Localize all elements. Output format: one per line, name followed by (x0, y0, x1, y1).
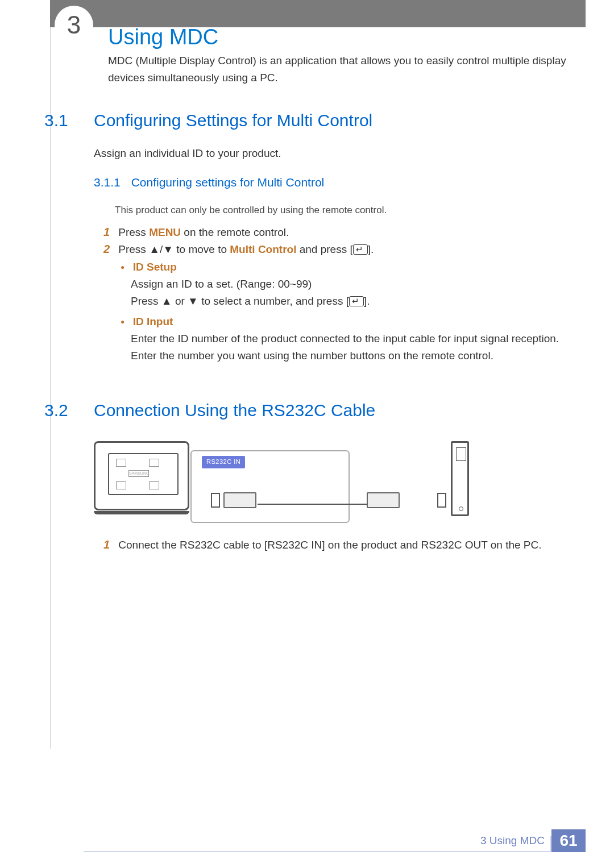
id-input-title: ID Input (133, 315, 173, 327)
footer-chapter-ref: 3 Using MDC (480, 833, 545, 849)
step-2-text-a: Press ▲/▼ to move to (118, 243, 230, 255)
cable-connector-left (223, 492, 256, 508)
chapter-title: Using MDC (108, 22, 218, 53)
step-1-text-a: Press (118, 226, 149, 238)
id-input-line-1: Enter the ID number of the product conne… (131, 331, 574, 347)
id-setup-line-2b: ]. (364, 295, 370, 307)
rs232c-in-label: RS232C IN (202, 456, 245, 468)
cable-connector-right (367, 492, 400, 508)
section-3-1-title: Configuring Settings for Multi Control (94, 108, 372, 133)
pc-icon (451, 441, 469, 516)
step-2-text-b: and press [ (296, 243, 352, 255)
enter-icon (353, 244, 368, 255)
id-input-line-2: Enter the number you want using the numb… (131, 348, 574, 364)
step-1-text-b: on the remote control. (181, 226, 289, 238)
rs232c-cable (258, 504, 367, 505)
section-3-2-title: Connection Using the RS232C Cable (94, 398, 375, 423)
rs232c-connection-diagram: SAMSUNG RS232C IN (94, 438, 469, 534)
id-setup-line-1: Assign an ID to a set. (Range: 00~99) (131, 276, 312, 292)
section-3-1-number: 3.1 (44, 108, 68, 133)
enter-icon (349, 296, 364, 306)
assign-id-text: Assign an individual ID to your product. (94, 146, 281, 161)
step-2-multi-control: Multi Control (230, 243, 296, 255)
section-3-2-number: 3.2 (44, 398, 68, 423)
step-2-text-c: ]. (368, 243, 374, 255)
chapter-number-circle: 3 (55, 6, 93, 44)
page-footer: 3 Using MDC 61 (50, 829, 586, 852)
subsection-3-1-1-number: 3.1.1 (94, 176, 121, 189)
step-1-menu: MENU (149, 226, 181, 238)
subsection-3-1-1-title: Configuring settings for Multi Control (131, 176, 325, 189)
sec32-step-1-text: Connect the RS232C cable to [RS232C IN] … (118, 539, 541, 551)
intro-text: MDC (Multiple Display Control) is an app… (108, 52, 574, 87)
step-1-number: 1 (94, 224, 110, 240)
display-device-icon: SAMSUNG (94, 441, 189, 510)
bullet-icon: ● (121, 318, 125, 326)
port-icon-left (211, 493, 220, 508)
id-setup-line-2a: Press ▲ or ▼ to select a number, and pre… (131, 295, 349, 307)
bullet-icon: ● (121, 263, 125, 271)
sec32-step-1-number: 1 (94, 537, 110, 553)
step-2-number: 2 (94, 241, 110, 258)
left-rule (50, 27, 51, 749)
page-number: 61 (551, 829, 586, 852)
port-icon-right (437, 493, 446, 508)
port-panel: RS232C IN (190, 450, 350, 523)
id-setup-title: ID Setup (133, 261, 177, 273)
remote-control-note: This product can only be controlled by u… (115, 203, 387, 218)
